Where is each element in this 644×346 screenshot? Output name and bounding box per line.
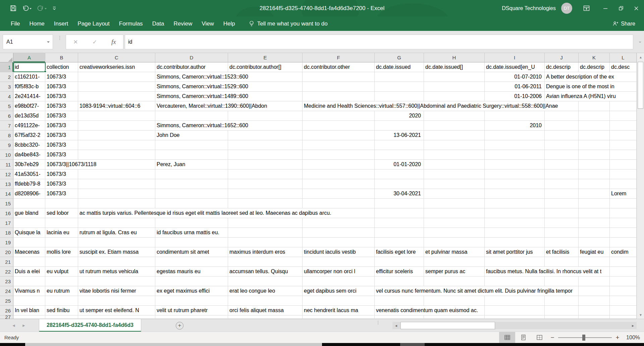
cell-G13[interactable] — [375, 179, 424, 189]
cell-G12[interactable] — [375, 169, 424, 179]
scroll-down-icon[interactable]: ▼ — [637, 311, 644, 319]
cell-I16[interactable] — [485, 208, 545, 218]
cell-text-G26[interactable]: venenatis condimentum quam euismod ac. — [376, 306, 479, 315]
cell-E11[interactable] — [228, 160, 303, 169]
cell-F27[interactable] — [303, 315, 375, 319]
cell-D12[interactable] — [155, 169, 228, 179]
cell-text-F20[interactable]: tincidunt iaculis vestib — [304, 247, 373, 257]
cell-A25[interactable] — [13, 296, 45, 306]
cell-C15[interactable] — [78, 199, 155, 208]
cell-text-D18[interactable]: id faucibus urna mattis eu. — [157, 228, 220, 237]
cell-text-D2[interactable]: Simmons, Cameron::virtual::1523::600 — [157, 72, 249, 82]
cell-text-D7[interactable]: Simmons, Cameron::virtual::1652::600 — [157, 121, 249, 130]
cell-D21[interactable] — [155, 257, 228, 267]
cell-C13[interactable] — [78, 179, 155, 189]
cell-D10[interactable] — [155, 150, 228, 160]
undo-button[interactable] — [22, 5, 32, 11]
cell-G10[interactable] — [375, 150, 424, 160]
cell-F8[interactable] — [303, 131, 375, 140]
cell-A21[interactable] — [13, 257, 45, 267]
cell-K19[interactable] — [579, 238, 610, 247]
cell-text-C5[interactable]: 1083-9194::virtual::604::6 — [79, 101, 154, 111]
cell-text-E24[interactable]: erat leo congue leo — [229, 286, 301, 296]
cell-C9[interactable] — [78, 140, 155, 150]
minimize-button[interactable] — [598, 0, 613, 16]
cell-F18[interactable] — [303, 228, 375, 238]
cell-L13[interactable] — [610, 179, 637, 189]
cell-L9[interactable] — [610, 140, 637, 150]
cell-F15[interactable] — [303, 199, 375, 208]
cell-H19[interactable] — [424, 238, 485, 247]
cell-text-A6[interactable]: de13d35d — [15, 111, 44, 120]
cell-K10[interactable] — [579, 150, 610, 160]
cell-J15[interactable] — [545, 199, 579, 208]
cell-I9[interactable] — [485, 140, 545, 150]
row-header-15[interactable]: 15 — [0, 199, 13, 208]
row-header-4[interactable]: 4 — [0, 92, 13, 101]
cell-F13[interactable] — [303, 179, 375, 189]
row-header-21[interactable]: 21 — [0, 257, 13, 267]
cell-text-E22[interactable]: accumsan tellus. Quisqu — [229, 267, 301, 276]
cell-I13[interactable] — [485, 179, 545, 189]
zoom-slider[interactable] — [558, 332, 612, 343]
cell-text-H22[interactable]: semper purus ac — [425, 267, 483, 276]
row-header-18[interactable]: 18 — [0, 228, 13, 238]
cell-B21[interactable] — [45, 257, 78, 267]
cell-E21[interactable] — [228, 257, 303, 267]
cell-text-J4[interactable]: Avian influenza A (H5N1) viru — [546, 92, 617, 101]
cell-E13[interactable] — [228, 179, 303, 189]
cell-L24[interactable] — [610, 286, 637, 296]
cell-I11[interactable] — [485, 160, 545, 169]
cell-text-G24[interactable]: vel cursus nunc fermentum. Nunc sit amet… — [376, 286, 574, 296]
cell-L18[interactable] — [610, 228, 637, 238]
cell-E27[interactable] — [228, 315, 303, 319]
cell-F21[interactable] — [303, 257, 375, 267]
cell-K15[interactable] — [579, 199, 610, 208]
cell-B27[interactable] — [45, 315, 78, 319]
formula-bar-expand-icon[interactable]: ⌄ — [637, 38, 643, 44]
column-header-H[interactable]: H — [424, 53, 485, 62]
normal-view-button[interactable] — [499, 332, 515, 343]
cell-text-D11[interactable]: Perez, Juan — [157, 160, 186, 169]
cell-F14[interactable] — [303, 189, 375, 199]
cell-L17[interactable] — [610, 218, 637, 228]
cell-H27[interactable] — [424, 315, 485, 319]
cell-J14[interactable] — [545, 189, 579, 199]
cell-text-J1[interactable]: dc.descrip — [546, 62, 577, 72]
cell-C8[interactable] — [78, 131, 155, 140]
cell-D19[interactable] — [155, 238, 228, 247]
cell-text-C24[interactable]: vitae lobortis nisi fermer — [79, 286, 154, 296]
cell-H3[interactable] — [424, 82, 485, 92]
cell-F9[interactable] — [303, 140, 375, 150]
cell-text-D24[interactable]: ex eget maximus effici — [157, 286, 226, 296]
cell-text-B8[interactable]: 10673/3 — [47, 131, 76, 140]
row-header-1[interactable]: 1 — [0, 62, 13, 72]
cell-H4[interactable] — [424, 92, 485, 101]
cell-text-K1[interactable]: dc.descrip — [580, 62, 608, 72]
cell-text-B2[interactable]: 10673/3 — [47, 72, 76, 82]
cell-I6[interactable] — [485, 111, 545, 121]
cell-B15[interactable] — [45, 199, 78, 208]
cell-F17[interactable] — [303, 218, 375, 228]
cell-text-G14[interactable]: 30-04-2021 — [375, 189, 421, 198]
cell-L11[interactable] — [610, 160, 637, 169]
cell-text-D26[interactable]: velit ut rutrum pharetr — [157, 306, 226, 315]
cell-B23[interactable] — [45, 277, 78, 286]
cell-F25[interactable] — [303, 296, 375, 306]
cell-H11[interactable] — [424, 160, 485, 169]
cell-text-F22[interactable]: ullamcorper non orci l — [304, 267, 373, 276]
cell-D17[interactable] — [155, 218, 228, 228]
cell-text-H1[interactable]: dc.date.issued[] — [425, 62, 483, 72]
cell-J25[interactable] — [545, 296, 579, 306]
redo-dropdown-icon[interactable] — [45, 8, 47, 9]
cell-H15[interactable] — [424, 199, 485, 208]
cell-K24[interactable] — [579, 286, 610, 296]
cell-I12[interactable] — [485, 169, 545, 179]
cell-L19[interactable] — [610, 238, 637, 247]
cell-C2[interactable] — [78, 72, 155, 82]
cell-G3[interactable] — [375, 82, 424, 92]
column-header-G[interactable]: G — [375, 53, 424, 62]
cell-E19[interactable] — [228, 238, 303, 247]
close-button[interactable] — [629, 0, 644, 16]
cell-J12[interactable] — [545, 169, 579, 179]
